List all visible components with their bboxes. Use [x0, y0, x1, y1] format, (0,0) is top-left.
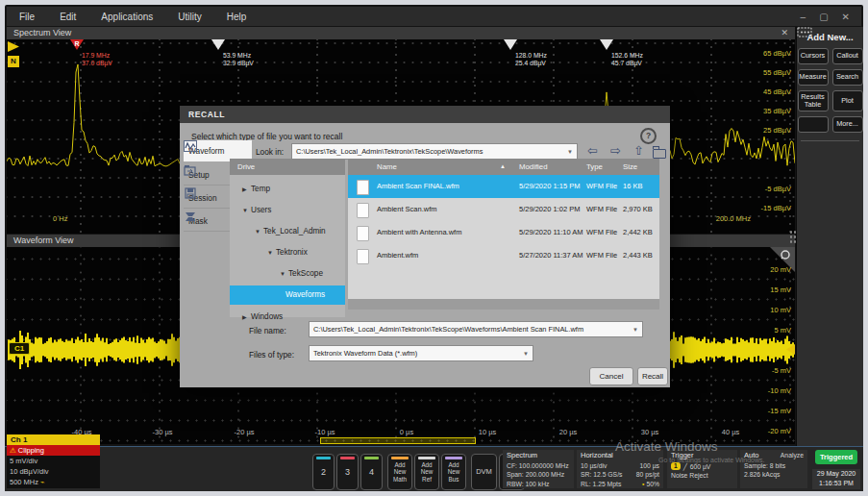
horizontal-pos: ▪ 50%: [642, 480, 659, 489]
file-size: 2,443 KB: [623, 244, 653, 267]
time-label: 0 µs: [400, 428, 413, 436]
channel-3-label: 3: [345, 467, 350, 477]
dvm-label: DVM: [476, 468, 492, 477]
channel-3-stripe: [340, 457, 355, 459]
sort-asc-icon[interactable]: ▲: [500, 159, 506, 175]
ch1-spectrum-scale: 10 dBµV/div: [7, 466, 100, 477]
flag-icon: [8, 41, 19, 52]
horizontal-scale: 10 µs/div: [581, 461, 607, 471]
minimize-icon[interactable]: –: [801, 12, 806, 22]
collapsed-icon: ▶: [242, 309, 251, 326]
forward-icon[interactable]: ⇨: [610, 143, 621, 158]
time-label: 30 µs: [641, 428, 659, 436]
column-size[interactable]: Size: [623, 159, 637, 175]
tree-item-tekscope[interactable]: ▼TekScope: [230, 265, 345, 283]
look-in-combo[interactable]: C:\Users\Tek_Local_Admin\Tektronix\TekSc…: [291, 143, 578, 160]
badge-bar: 2 3 4 Add New Math Add New Ref Add New B…: [5, 446, 863, 491]
spectrum-badge-title: Spectrum: [507, 451, 570, 461]
measure-button[interactable]: Measure: [798, 69, 829, 86]
back-icon[interactable]: ⇦: [587, 143, 598, 158]
add-new-ref-label: Add New Ref: [415, 461, 438, 483]
recall-button[interactable]: Recall: [637, 367, 668, 385]
file-name-combo[interactable]: C:\Users\Tek_Local_Admin\Tektronix\TekSc…: [309, 321, 643, 337]
activate-windows-watermark: Activate Windows: [615, 439, 718, 454]
spectrum-close-icon[interactable]: ✕: [781, 28, 788, 37]
file-row[interactable]: Ambient Scan.wfm 5/29/2020 1:02 PM WFM F…: [348, 198, 659, 221]
results-table-button[interactable]: Results Table: [798, 90, 829, 112]
file-modified: 5/29/2020 1:15 PM: [519, 175, 580, 198]
warning-icon: ⚠: [10, 446, 16, 455]
channel-c1-badge[interactable]: C1: [9, 342, 30, 355]
tree-item-users[interactable]: ▼Users: [230, 202, 345, 219]
ref-stripe: [418, 457, 435, 459]
setup-tab-icon: [184, 164, 197, 176]
file-type: WFM File: [586, 244, 617, 267]
file-row[interactable]: Ambient with Antenna.wfm 5/29/2020 11:10…: [348, 221, 659, 244]
activate-windows-watermark-sub: Go to Settings to activate Windows.: [658, 457, 765, 463]
callout-button[interactable]: Callout: [832, 48, 863, 64]
up-icon[interactable]: ⇧: [633, 143, 644, 158]
horizontal-scrollbar[interactable]: [348, 299, 659, 310]
marker-level: 32.9 dBµV: [223, 60, 254, 67]
file-name: Ambient Scan.wfm: [377, 198, 437, 221]
add-new-ref-button[interactable]: Add New Ref: [414, 454, 439, 490]
channel-3-button[interactable]: 3: [336, 454, 359, 490]
spectrum-badge[interactable]: Spectrum CF: 100.000000 MHz Span: 200.00…: [503, 450, 574, 488]
acquisition-window-bar[interactable]: [320, 437, 476, 444]
spectrum-x-start: 0 Hz: [53, 214, 67, 223]
file-row[interactable]: Ambient Scan FINAL.wfm 5/29/2020 1:15 PM…: [348, 175, 659, 198]
channel-4-button[interactable]: 4: [360, 454, 383, 490]
waveform-y-label: 5 mV: [774, 326, 791, 335]
close-icon[interactable]: ✕: [842, 12, 850, 22]
plot-button[interactable]: Plot: [832, 90, 863, 112]
acquisition-badge[interactable]: Auto Analyze Sample: 8 bits 2.826 kAcqs: [740, 450, 807, 488]
add-new-math-button[interactable]: Add New Math: [387, 454, 412, 490]
file-size: 2,970 KB: [623, 198, 653, 221]
spectrum-y-label: 55 dBµV: [763, 68, 791, 77]
menu-help[interactable]: Help: [214, 12, 260, 22]
ch1-label: Ch 1: [7, 434, 100, 445]
files-of-type-combo[interactable]: Tektronix Waveform Data (*.wfm) ▼: [309, 345, 533, 361]
column-name[interactable]: Name: [377, 159, 397, 175]
cancel-button[interactable]: Cancel: [589, 367, 633, 385]
cursors-button[interactable]: Cursors: [798, 48, 829, 64]
file-size: 16 KB: [623, 175, 642, 198]
time-label: -10 µs: [315, 428, 335, 436]
column-type[interactable]: Type: [586, 159, 603, 175]
horizontal-rl: RL: 1.25 Mpts: [581, 480, 621, 489]
menu-file[interactable]: File: [7, 12, 47, 22]
search-button[interactable]: Search: [832, 69, 863, 86]
more-button[interactable]: More...: [832, 116, 863, 133]
tree-item-tektronix[interactable]: ▼Tektronix: [230, 244, 345, 261]
new-folder-icon[interactable]: [653, 149, 666, 159]
maximize-icon[interactable]: ▢: [819, 12, 828, 22]
menu-applications[interactable]: Applications: [88, 12, 165, 22]
channel-2-button[interactable]: 2: [312, 454, 335, 490]
file-name: Ambient.wfm: [377, 244, 418, 267]
splitter-handle[interactable]: [789, 230, 796, 245]
act-on-event-button[interactable]: [798, 116, 829, 133]
file-row[interactable]: Ambient.wfm 5/27/2020 11:37 AM WFM File …: [348, 244, 659, 267]
help-icon[interactable]: ?: [640, 128, 657, 144]
trigger-badge[interactable]: Trigger 1 ╱ 600 µV Noise Reject: [667, 450, 737, 488]
time-label: 20 µs: [559, 428, 578, 436]
horizontal-badge[interactable]: Horizontal 10 µs/div 100 µs SR: 12.5 GS/…: [577, 450, 663, 488]
spectrum-x-end: 200.0 MHz: [716, 214, 751, 223]
marker-freq: 128.0 MHz: [515, 52, 547, 60]
time-label: -20 µs: [235, 428, 255, 436]
tree-item-waveforms[interactable]: Waveforms: [230, 285, 345, 305]
tree-header[interactable]: Drive: [230, 159, 345, 175]
dvm-button[interactable]: DVM: [471, 454, 497, 490]
menu-utility[interactable]: Utility: [165, 12, 213, 22]
tree-item-tek-local-admin[interactable]: ▼Tek_Local_Admin: [230, 223, 345, 240]
expanded-icon: ▼: [242, 202, 251, 219]
time-label: 1:16:53 PM: [812, 479, 860, 488]
marker-level: 45.7 dBµV: [611, 60, 643, 67]
spectrum-trace-handle[interactable]: N: [8, 41, 20, 74]
column-modified[interactable]: Modified: [519, 159, 547, 175]
tree-item-temp[interactable]: ▶Temp: [230, 181, 345, 198]
menu-edit[interactable]: Edit: [47, 12, 88, 22]
add-new-sidebar: Add New... Cursors Callout Measure Searc…: [796, 27, 863, 446]
add-new-bus-button[interactable]: Add New Bus: [441, 454, 466, 490]
ch1-badge[interactable]: Ch 1 ⚠ Clipping 5 mV/div 10 dBµV/div 500…: [7, 434, 100, 488]
